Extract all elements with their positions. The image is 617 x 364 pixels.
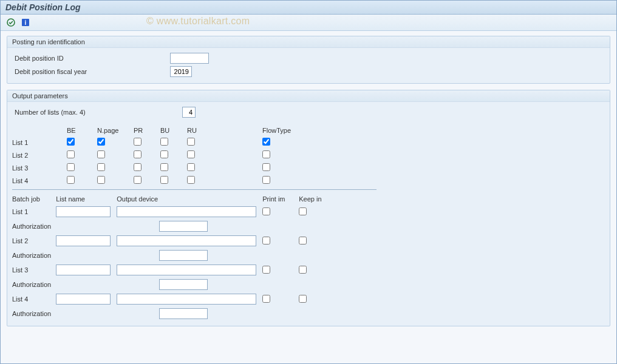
col-flowtype: FlowType (262, 125, 298, 136)
info-button[interactable]: i (19, 16, 32, 29)
chk-flowtype[interactable] (262, 163, 270, 171)
chk-ru[interactable] (187, 163, 195, 171)
execute-button[interactable] (4, 16, 18, 29)
batch-row-label: List 3 (12, 263, 56, 277)
batch-job-section: Batch job List name Output device Print … (12, 194, 605, 321)
authorization-label: Authorization (12, 277, 56, 292)
chk-print-immediately[interactable] (262, 237, 270, 244)
col-batchjob: Batch job (12, 194, 56, 204)
batch-auth-row: Authorization (12, 306, 335, 321)
chk-be[interactable] (67, 138, 75, 146)
grid-header-row: BE N.page PR BU RU FlowType (12, 125, 298, 136)
info-icon: i (21, 18, 30, 27)
authorization-input[interactable] (159, 250, 208, 261)
group-posting-run: Posting run identification Debit positio… (7, 36, 610, 84)
col-bu: BU (160, 125, 187, 136)
authorization-input[interactable] (159, 279, 208, 290)
batch-auth-row: Authorization (12, 277, 335, 292)
col-pr: PR (134, 125, 160, 136)
batch-row: List 1 (12, 204, 335, 219)
fiscal-year-input[interactable] (170, 66, 192, 77)
batch-row-label: List 4 (12, 292, 56, 306)
listname-input[interactable] (56, 206, 111, 217)
group-output-parameters: Output parameters Number of lists (max. … (7, 90, 610, 326)
number-of-lists-label: Number of lists (max. 4) (12, 109, 182, 116)
col-be: BE (67, 125, 97, 136)
chk-ru[interactable] (187, 150, 195, 158)
chk-be[interactable] (67, 176, 75, 184)
chk-ru[interactable] (187, 138, 195, 146)
chk-pr[interactable] (134, 163, 141, 171)
authorization-label: Authorization (12, 219, 56, 234)
row-label: List 2 (12, 149, 67, 161)
chk-print-immediately[interactable] (262, 295, 270, 303)
chk-print-immediately[interactable] (262, 207, 270, 215)
chk-bu[interactable] (160, 150, 168, 158)
separator (12, 189, 377, 190)
batch-auth-row: Authorization (12, 219, 335, 234)
page-title: Debit Position Log (5, 2, 612, 12)
batch-header-row: Batch job List name Output device Print … (12, 194, 335, 204)
batch-auth-row: Authorization (12, 248, 335, 263)
watermark-text: © www.tutorialkart.com (146, 16, 250, 27)
batch-row-label: List 1 (12, 204, 56, 219)
chk-keep-in-spool[interactable] (299, 207, 307, 215)
row-label: List 3 (12, 161, 67, 174)
authorization-label: Authorization (12, 248, 56, 263)
chk-bu[interactable] (160, 176, 168, 184)
chk-be[interactable] (67, 163, 75, 171)
execute-icon (6, 18, 16, 27)
debit-position-id-label: Debit position ID (12, 55, 170, 62)
batch-row-label: List 2 (12, 234, 56, 248)
chk-flowtype[interactable] (262, 150, 270, 158)
listname-input[interactable] (56, 294, 111, 305)
chk-pr[interactable] (134, 176, 141, 184)
output-device-input[interactable] (117, 235, 256, 246)
authorization-input[interactable] (159, 308, 208, 319)
chk-bu[interactable] (160, 138, 168, 146)
group-output-title: Output parameters (7, 90, 610, 102)
group-posting-run-title: Posting run identification (7, 36, 610, 48)
chk-pr[interactable] (134, 150, 141, 158)
chk-bu[interactable] (160, 163, 168, 171)
svg-text:i: i (25, 19, 27, 26)
chk-flowtype[interactable] (262, 138, 270, 146)
number-of-lists-input[interactable] (182, 107, 196, 118)
output-device-input[interactable] (117, 206, 256, 217)
chk-npage[interactable] (97, 163, 105, 171)
chk-be[interactable] (67, 150, 75, 158)
output-device-input[interactable] (117, 265, 256, 275)
col-npage: N.page (97, 125, 134, 136)
listname-input[interactable] (56, 265, 111, 275)
chk-flowtype[interactable] (262, 176, 270, 184)
col-printim: Print im (262, 194, 299, 204)
col-outputdevice: Output device (117, 194, 262, 204)
chk-print-immediately[interactable] (262, 266, 270, 274)
batch-row: List 4 (12, 292, 335, 306)
title-bar: Debit Position Log (1, 1, 616, 15)
output-device-input[interactable] (117, 294, 256, 305)
debit-position-id-input[interactable] (170, 53, 209, 64)
fiscal-year-label: Debit position fiscal year (12, 68, 170, 75)
chk-npage[interactable] (97, 138, 105, 146)
chk-pr[interactable] (134, 138, 141, 146)
row-label: List 4 (12, 174, 67, 187)
chk-keep-in-spool[interactable] (299, 266, 307, 274)
chk-npage[interactable] (97, 150, 105, 158)
batch-row: List 3 (12, 263, 335, 277)
authorization-label: Authorization (12, 306, 56, 321)
grid-row: List 4 (12, 174, 298, 187)
grid-row: List 1 (12, 136, 298, 149)
col-keepin: Keep in (299, 194, 335, 204)
chk-ru[interactable] (187, 176, 195, 184)
list-options-grid: BE N.page PR BU RU FlowType List 1List 2… (12, 125, 605, 187)
authorization-input[interactable] (159, 221, 208, 232)
chk-npage[interactable] (97, 176, 105, 184)
chk-keep-in-spool[interactable] (299, 295, 307, 303)
listname-input[interactable] (56, 235, 111, 246)
col-ru: RU (187, 125, 214, 136)
col-listname: List name (56, 194, 117, 204)
chk-keep-in-spool[interactable] (299, 237, 307, 244)
grid-row: List 2 (12, 149, 298, 161)
row-label: List 1 (12, 136, 67, 149)
